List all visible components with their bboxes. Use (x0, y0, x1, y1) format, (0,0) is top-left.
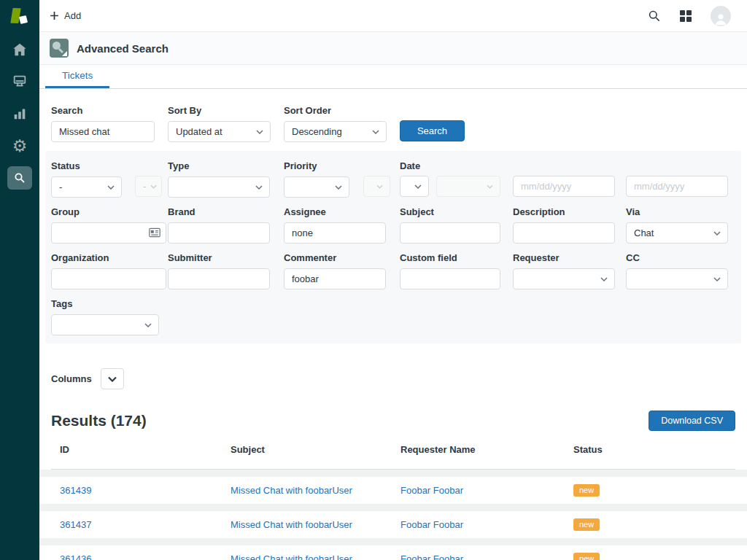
status-operator-select: - (135, 176, 162, 197)
download-csv-button[interactable]: Download CSV (649, 411, 735, 431)
brand-input[interactable] (168, 222, 270, 244)
chevron-down-icon (144, 323, 152, 327)
type-label: Type (168, 160, 270, 171)
chevron-down-icon (256, 130, 263, 134)
sidebar-item-search[interactable] (0, 162, 39, 194)
add-button[interactable]: Add (50, 10, 81, 21)
date-type-select[interactable] (400, 176, 429, 197)
global-search-button[interactable] (647, 9, 661, 23)
columns-label: Columns (51, 373, 92, 384)
sort-by-select[interactable]: Updated at (168, 121, 271, 142)
home-icon (12, 42, 28, 58)
bar-chart-icon (12, 106, 28, 122)
app-switcher-button[interactable] (680, 10, 692, 22)
person-icon (713, 11, 729, 26)
chevron-down-icon (372, 130, 379, 134)
magnifier-icon (647, 9, 661, 23)
sidebar-item-settings[interactable]: ⚙ (0, 130, 39, 162)
status-badge: new (573, 484, 600, 497)
requester-label: Requester (513, 252, 615, 263)
results-table-header: ID Subject Requester Name Status (51, 431, 735, 470)
sidebar-item-home[interactable] (0, 34, 39, 66)
group-lookup-icon[interactable] (149, 228, 160, 238)
filters-panel: Status - - Type (45, 151, 741, 343)
ticket-subject-link[interactable]: Missed Chat with foobarUser (231, 553, 352, 560)
chevron-down-icon (255, 185, 263, 190)
ticket-subject-link[interactable]: Missed Chat with foobarUser (231, 519, 352, 530)
via-select[interactable]: Chat (626, 222, 728, 244)
custom-field-input[interactable] (400, 268, 500, 289)
ticket-subject-link[interactable]: Missed Chat with foobarUser (231, 485, 352, 496)
sort-order-value: Descending (292, 126, 342, 137)
main-area: Add Advanced S (39, 0, 747, 560)
ticket-id-link[interactable]: 361437 (60, 519, 91, 530)
user-avatar[interactable] (711, 6, 731, 26)
subject-label: Subject (400, 206, 500, 217)
tags-label: Tags (51, 298, 159, 309)
ticket-id-link[interactable]: 361436 (60, 553, 91, 560)
submitter-input[interactable] (168, 268, 270, 289)
columns-dropdown-button[interactable] (101, 368, 124, 389)
date-from-input[interactable] (513, 176, 615, 197)
chevron-down-icon (713, 277, 721, 281)
filter-row-group: Group Brand Assignee (51, 206, 735, 252)
column-header-status: Status (565, 444, 735, 455)
subject-input[interactable] (400, 222, 500, 244)
table-row: 361437 Missed Chat with foobarUser Fooba… (51, 511, 735, 538)
table-row: 361436 Missed Chat with foobarUser Fooba… (51, 545, 735, 560)
results-header: Results (174) Download CSV (51, 411, 735, 431)
search-field-label: Search (51, 105, 155, 116)
product-logo-icon[interactable] (9, 6, 31, 28)
type-select[interactable] (168, 176, 270, 198)
ticket-id-link[interactable]: 361439 (60, 485, 91, 496)
search-submit-button[interactable]: Search (400, 120, 465, 141)
filter-row-tags: Tags (51, 298, 735, 340)
column-header-id: ID (51, 444, 222, 455)
content: Search Sort By Updated at Sort Order Des… (39, 89, 747, 560)
organization-label: Organization (51, 252, 166, 263)
row-separator (39, 470, 747, 477)
ticket-requester-link[interactable]: Foobar Foobar (400, 485, 463, 496)
status-badge: new (573, 553, 600, 560)
add-button-label: Add (64, 10, 81, 21)
submitter-label: Submitter (168, 252, 270, 263)
cc-label: CC (626, 252, 728, 263)
chevron-down-icon (414, 184, 422, 189)
sort-order-select[interactable]: Descending (284, 121, 387, 142)
results-count-heading: Results (174) (51, 412, 147, 429)
ticket-requester-link[interactable]: Foobar Foobar (400, 553, 463, 560)
via-value: Chat (634, 228, 654, 238)
brand-label: Brand (168, 206, 270, 217)
plus-icon (50, 11, 59, 20)
search-input[interactable] (51, 121, 155, 142)
requester-select[interactable] (513, 268, 615, 289)
description-label: Description (513, 206, 615, 217)
ticket-requester-link[interactable]: Foobar Foobar (400, 519, 463, 530)
gear-icon: ⚙ (12, 138, 28, 155)
status-badge: new (573, 518, 600, 531)
priority-select[interactable] (284, 176, 349, 198)
organization-input[interactable] (51, 268, 166, 289)
date-to-input[interactable] (626, 176, 728, 197)
chevron-down-icon (150, 184, 157, 189)
table-row: 361439 Missed Chat with foobarUser Fooba… (51, 477, 735, 504)
cc-select[interactable] (626, 268, 728, 289)
status-label: Status (51, 160, 122, 171)
search-form-row: Search Sort By Updated at Sort Order Des… (51, 105, 735, 142)
search-icon (13, 171, 26, 184)
sidebar-item-views[interactable] (0, 66, 39, 98)
description-input[interactable] (513, 222, 615, 244)
custom-field-label: Custom field (400, 252, 500, 263)
status-select[interactable]: - (51, 176, 122, 198)
priority-operator-select (363, 176, 390, 197)
tags-select[interactable] (51, 314, 159, 335)
sort-by-label: Sort By (168, 105, 271, 116)
tab-tickets[interactable]: Tickets (45, 65, 109, 88)
via-label: Via (626, 206, 728, 217)
sidebar-item-reports[interactable] (0, 98, 39, 130)
commenter-input[interactable] (284, 268, 386, 289)
commenter-label: Commenter (284, 252, 386, 263)
assignee-input[interactable] (284, 222, 386, 244)
views-inbox-icon (12, 74, 28, 90)
app-window: ⚙ Add (0, 0, 747, 560)
